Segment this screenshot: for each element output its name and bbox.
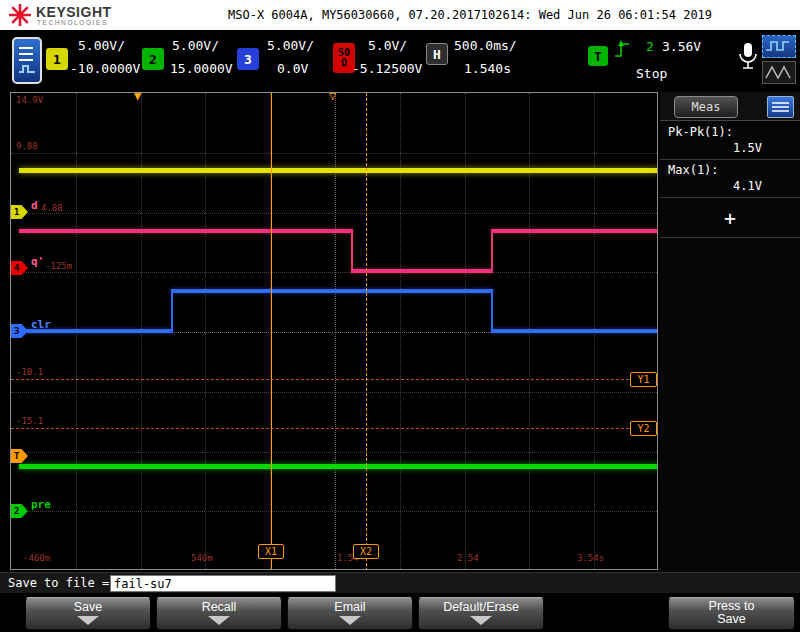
y-axis-label: 4.88 xyxy=(41,203,63,213)
ch3-ground-marker[interactable]: 3 xyxy=(11,324,28,338)
softkey-label: Save xyxy=(669,613,794,626)
trigger-source[interactable]: 2 xyxy=(646,39,654,54)
main-menu-button[interactable] xyxy=(12,37,42,84)
cursor-y2-line[interactable] xyxy=(11,428,658,429)
ch4-trace-high-b xyxy=(491,229,658,233)
softkey-save[interactable]: Save xyxy=(25,597,151,630)
softkey-press-to-save[interactable]: Press to Save xyxy=(668,597,795,630)
signal-label-pre: pre xyxy=(31,498,51,511)
keysight-logo-icon xyxy=(8,3,32,27)
y-axis-label: -10.1 xyxy=(16,367,43,377)
add-measurement-button[interactable]: + xyxy=(660,198,800,238)
save-file-bar: Save to file = xyxy=(0,572,800,593)
trigger-edge-icon xyxy=(614,39,630,59)
measurement-item[interactable]: Pk-Pk(1): 1.5V xyxy=(660,122,800,160)
down-arrow-icon xyxy=(470,616,492,625)
channel-3-offset[interactable]: 0.0V xyxy=(277,61,308,76)
measurement-panel: Meas Pk-Pk(1): 1.5V Max(1): 4.1V + xyxy=(660,92,800,572)
square-wave-icon xyxy=(763,36,795,57)
ch4-trace-high-a xyxy=(19,229,353,233)
cursor-y1-flag[interactable]: Y1 xyxy=(630,372,657,387)
horizontal-badge[interactable]: H xyxy=(426,43,448,65)
gridline xyxy=(400,93,401,569)
ch3-falling-edge xyxy=(491,289,493,333)
softkey-bar: Save Recall Email Default/Erase Press to… xyxy=(0,593,800,632)
ch1-ground-marker[interactable]: 1 xyxy=(11,205,28,219)
ch4-falling-edge xyxy=(351,229,353,273)
channel-4-offset[interactable]: -5.12500V xyxy=(352,61,422,76)
delay-time-marker[interactable]: ▽ xyxy=(329,92,336,103)
ch4-trace-low xyxy=(351,269,493,273)
channel-2-scale[interactable]: 5.00V/ xyxy=(172,38,219,53)
waveform-generator-icon[interactable] xyxy=(762,61,796,84)
timebase-delay[interactable]: 1.540s xyxy=(464,61,511,76)
cursor-y1-line[interactable] xyxy=(11,379,658,380)
trigger-time-marker[interactable]: ▼ xyxy=(134,92,141,103)
filename-input[interactable] xyxy=(110,575,336,592)
cursor-x1-flag[interactable]: X1 xyxy=(258,544,284,559)
instrument-title: MSO-X 6004A, MY56030660, 07.20.201710261… xyxy=(228,8,712,22)
channel-1-scale[interactable]: 5.00V/ xyxy=(78,38,125,53)
brand-subtitle: TECHNOLOGIES xyxy=(37,19,108,26)
x-axis-label: -460m xyxy=(23,553,50,563)
channel-3-badge[interactable]: 3 xyxy=(237,48,259,70)
gridline-center xyxy=(335,93,336,569)
channel-1-offset[interactable]: -10.0000V xyxy=(70,61,140,76)
y-axis-label: -15.1 xyxy=(16,416,43,426)
trigger-badge[interactable]: T xyxy=(588,46,608,66)
channel-3-scale[interactable]: 5.00V/ xyxy=(267,38,314,53)
channel-4-scale[interactable]: 5.0V/ xyxy=(368,38,407,53)
channel-2-offset[interactable]: 15.0000V xyxy=(170,61,233,76)
softkey-label: Save xyxy=(26,600,150,614)
down-arrow-icon xyxy=(208,616,230,625)
x-axis-label: 3.54s xyxy=(577,553,604,563)
signal-label-clr: clr xyxy=(31,318,51,331)
ch1-trace xyxy=(19,168,658,173)
ch2-trace xyxy=(19,464,658,469)
measurement-name: Max(1): xyxy=(668,163,719,177)
signal-label-q: q' xyxy=(31,255,44,268)
save-file-label: Save to file = xyxy=(8,576,109,590)
ch3-trace-high xyxy=(171,289,493,293)
channel-1-badge[interactable]: 1 xyxy=(46,48,68,70)
softkey-email[interactable]: Email xyxy=(287,597,413,630)
waveform-display: 14.9V 9.88 4.88 -125m -10.1 -15.1 -460m … xyxy=(10,92,658,570)
measurement-value: 4.1V xyxy=(733,179,762,193)
measurement-panel-header: Meas xyxy=(660,92,800,121)
cursor-y2-flag[interactable]: Y2 xyxy=(630,421,657,436)
trigger-level[interactable]: 3.56V xyxy=(662,39,701,54)
softkey-label: Recall xyxy=(157,600,281,614)
cursor-x2-line[interactable] xyxy=(366,93,367,570)
softkey-label: Email xyxy=(288,600,412,614)
softkey-recall[interactable]: Recall xyxy=(156,597,282,630)
meas-menu-button[interactable] xyxy=(767,96,794,118)
cursor-x1-line[interactable] xyxy=(271,93,272,570)
x-axis-label: 2.54 xyxy=(457,553,479,563)
ohm-symbol: Ω xyxy=(341,58,347,68)
run-state: Stop xyxy=(636,66,667,81)
channel-2-badge[interactable]: 2 xyxy=(142,48,164,70)
timebase-scale[interactable]: 500.0ms/ xyxy=(454,38,517,53)
gridline xyxy=(11,213,657,214)
microphone-icon[interactable] xyxy=(739,42,757,74)
x-axis-label: 540m xyxy=(191,553,213,563)
gridline xyxy=(11,272,657,273)
gridline xyxy=(11,153,657,154)
triangle-wave-icon xyxy=(763,62,795,83)
y-axis-label: -125m xyxy=(45,261,72,271)
measurement-name: Pk-Pk(1): xyxy=(668,125,733,139)
brand-name: KEYSIGHT xyxy=(36,4,112,20)
menu-icon xyxy=(14,39,40,81)
ch2-ground-marker[interactable]: 2 xyxy=(11,504,28,518)
softkey-default-erase[interactable]: Default/Erase xyxy=(418,597,544,630)
cursor-x2-flag[interactable]: X2 xyxy=(353,544,379,559)
channel-settings-bar: 1 5.00V/ -10.0000V 2 5.00V/ 15.0000V 3 5… xyxy=(0,30,800,92)
measurement-value: 1.5V xyxy=(733,141,762,155)
gridline xyxy=(205,93,206,569)
meas-tab[interactable]: Meas xyxy=(674,96,738,118)
gridline xyxy=(465,93,466,569)
measurement-item[interactable]: Max(1): 4.1V xyxy=(660,160,800,198)
gridline xyxy=(11,452,657,453)
waveform-display-icon[interactable] xyxy=(762,35,796,58)
ch3-trace-low-b xyxy=(491,329,658,333)
